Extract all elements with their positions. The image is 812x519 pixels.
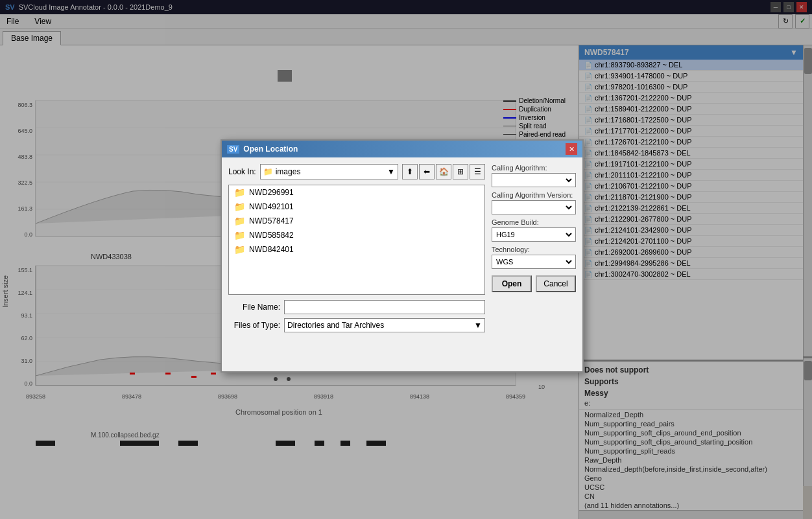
calling-algorithm-group: Calling Algorithm:	[492, 164, 576, 187]
folder-icon: 📁	[234, 216, 245, 226]
files-of-type-label: Files of Type:	[228, 321, 280, 330]
file-name-row: File Name:	[228, 300, 485, 314]
nav-back-button[interactable]: ⬅	[419, 164, 435, 179]
look-in-toolbar: ⬆ ⬅ 🏠 ⊞ ☰	[402, 164, 485, 179]
calling-algorithm-version-group: Calling Algorithm Version:	[492, 191, 576, 214]
technology-group: Technology: WGS	[492, 246, 576, 269]
look-in-combo[interactable]: 📁 images ▼	[260, 164, 398, 179]
nav-up-button[interactable]: ⬆	[402, 164, 418, 179]
chevron-down-icon: ▼	[387, 167, 395, 176]
file-list-item[interactable]: 📁 NWD296991	[229, 185, 484, 200]
file-list-item[interactable]: 📁 NWD578417	[229, 214, 484, 228]
file-list-item[interactable]: 📁 NWD585842	[229, 228, 484, 242]
folder-icon: 📁	[234, 244, 245, 255]
chevron-down-icon: ▼	[474, 321, 482, 330]
genome-build-select[interactable]: HG19	[494, 230, 574, 239]
folder-icon: 📁	[234, 202, 245, 212]
view-detail-button[interactable]: ☰	[470, 164, 485, 179]
file-name-label: File Name:	[228, 303, 280, 312]
cancel-button[interactable]: Cancel	[536, 275, 576, 292]
dialog-overlay: SV Open Location ✕ Look In: 📁 images ▼	[0, 0, 812, 519]
calling-algorithm-version-combo[interactable]	[492, 200, 576, 214]
file-name-label: NWD842401	[249, 245, 294, 254]
open-location-dialog: SV Open Location ✕ Look In: 📁 images ▼	[221, 139, 584, 373]
file-list-item[interactable]: 📁 NWD492101	[229, 200, 484, 214]
file-name-label: NWD578417	[249, 216, 294, 225]
genome-build-group: Genome Build: HG19	[492, 218, 576, 242]
dialog-left: Look In: 📁 images ▼ ⬆ ⬅ 🏠 ⊞ ☰	[228, 164, 485, 336]
file-name-label: NWD296991	[249, 188, 294, 197]
files-of-type-row: Files of Type: Directories and Tar Archi…	[228, 318, 485, 332]
dialog-buttons: Open Cancel	[492, 275, 576, 292]
file-name-input[interactable]	[284, 300, 485, 314]
dialog-title: Open Location	[243, 144, 298, 154]
look-in-value: images	[276, 167, 385, 176]
technology-select[interactable]: WGS	[494, 257, 574, 266]
dialog-close-button[interactable]: ✕	[566, 143, 577, 155]
dialog-right: Calling Algorithm: Calling Algorithm Ver…	[492, 164, 576, 336]
file-name-label: NWD585842	[249, 231, 294, 240]
calling-algorithm-select[interactable]	[494, 176, 574, 185]
file-name-label: NWD492101	[249, 202, 294, 211]
view-grid-button[interactable]: ⊞	[453, 164, 468, 179]
file-list[interactable]: 📁 NWD296991 📁 NWD492101 📁 NWD578417 📁 NW…	[228, 185, 485, 295]
dialog-body: Look In: 📁 images ▼ ⬆ ⬅ 🏠 ⊞ ☰	[222, 157, 582, 343]
dialog-title-bar: SV Open Location ✕	[222, 141, 582, 157]
look-in-row: Look In: 📁 images ▼ ⬆ ⬅ 🏠 ⊞ ☰	[228, 164, 485, 179]
calling-algorithm-version-select[interactable]	[494, 203, 574, 212]
calling-algorithm-label: Calling Algorithm:	[492, 164, 576, 172]
nav-home-button[interactable]: 🏠	[436, 164, 451, 179]
files-of-type-select[interactable]: Directories and Tar Archives ▼	[284, 318, 485, 332]
technology-combo[interactable]: WGS	[492, 255, 576, 269]
folder-icon: 📁	[234, 230, 245, 240]
folder-icon: 📁	[263, 167, 273, 176]
look-in-label: Look In:	[228, 167, 256, 176]
files-of-type-value: Directories and Tar Archives	[287, 321, 474, 330]
calling-algorithm-version-label: Calling Algorithm Version:	[492, 191, 576, 199]
genome-build-combo[interactable]: HG19	[492, 227, 576, 242]
folder-icon: 📁	[234, 187, 245, 198]
file-list-item[interactable]: 📁 NWD842401	[229, 242, 484, 257]
open-button[interactable]: Open	[492, 275, 532, 292]
genome-build-label: Genome Build:	[492, 218, 576, 226]
technology-label: Technology:	[492, 246, 576, 253]
dialog-icon: SV	[227, 145, 239, 154]
calling-algorithm-combo[interactable]	[492, 173, 576, 187]
